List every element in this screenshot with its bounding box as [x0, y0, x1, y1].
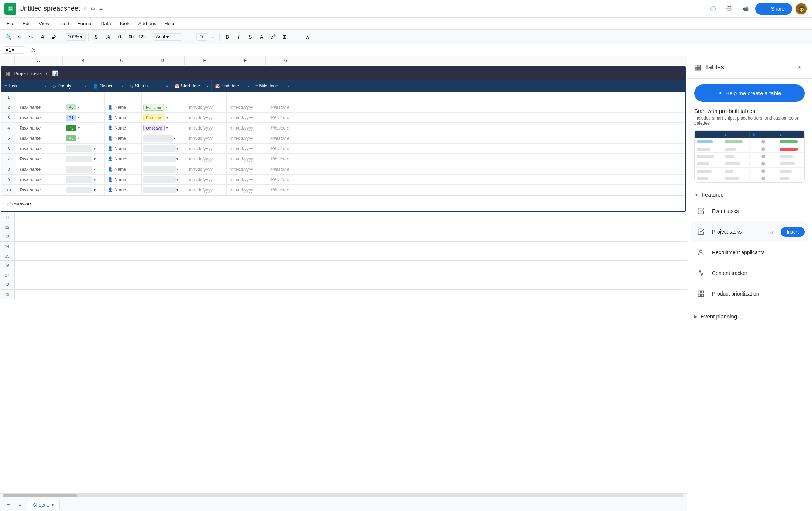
- text-color-btn[interactable]: A: [257, 32, 267, 42]
- empty-row[interactable]: 12: [0, 222, 687, 232]
- featured-item-recruitment[interactable]: Recruitment applicants: [694, 242, 805, 263]
- table-row[interactable]: 10 Task name ▾ 👤 Name ▾ mm/dd/yyyy mm/dd…: [1, 185, 685, 195]
- col-C[interactable]: C: [103, 56, 140, 65]
- col-D[interactable]: D: [140, 56, 185, 65]
- parttime-dropdown[interactable]: ▾: [166, 115, 168, 120]
- percent-btn[interactable]: %: [103, 32, 113, 42]
- empty-row[interactable]: 13: [0, 232, 687, 242]
- number-format-btn[interactable]: 123: [137, 32, 147, 42]
- featured-item-project-tasks[interactable]: Project tasks ☞ Insert: [691, 221, 808, 242]
- p3-dropdown[interactable]: ▾: [78, 136, 80, 140]
- col-B[interactable]: B: [63, 56, 103, 65]
- print-btn[interactable]: 🖨: [37, 32, 48, 42]
- undo-btn[interactable]: ↩: [14, 32, 25, 42]
- format-paint-btn[interactable]: 🖌: [49, 32, 59, 42]
- col-F[interactable]: F: [225, 56, 266, 65]
- featured-item-product[interactable]: Product prioritization: [694, 283, 805, 304]
- table-col-end[interactable]: 📅 End date ▾: [212, 80, 252, 92]
- table-calendar-icon[interactable]: 📊: [52, 70, 58, 76]
- menu-file[interactable]: File: [3, 19, 18, 28]
- star-icon[interactable]: ☆: [83, 6, 87, 11]
- menu-insert[interactable]: Insert: [54, 19, 73, 28]
- font-decrease-btn[interactable]: −: [188, 32, 195, 42]
- empty-row[interactable]: 14: [0, 242, 687, 251]
- collapse-btn[interactable]: ∧: [302, 32, 313, 42]
- add-sheet-btn[interactable]: +: [3, 500, 13, 510]
- col-E[interactable]: E: [185, 56, 225, 65]
- sheets-menu-btn[interactable]: ≡: [15, 500, 25, 510]
- horizontal-scrollbar[interactable]: [0, 493, 687, 498]
- menu-data[interactable]: Data: [97, 19, 114, 28]
- video-icon[interactable]: 📹: [739, 2, 752, 15]
- avatar[interactable]: 👩: [795, 3, 808, 15]
- table-col-owner[interactable]: 👤 Owner ▾: [90, 80, 127, 92]
- cell-reference[interactable]: A1 ▾: [3, 46, 25, 54]
- table-row[interactable]: 1: [1, 92, 685, 102]
- table-row[interactable]: 4 Task name P2 ▾ 👤 Name On leave ▾: [1, 123, 685, 133]
- p0-dropdown[interactable]: ▾: [78, 105, 80, 109]
- menu-help[interactable]: Help: [161, 19, 178, 28]
- font-family-select[interactable]: Arial ▾: [153, 33, 182, 41]
- table-row[interactable]: 8 Task name ▾ 👤 Name ▾ mm/dd/yyyy mm/dd/…: [1, 164, 685, 175]
- formula-input[interactable]: [38, 47, 809, 53]
- dec-dec-btn[interactable]: .0: [114, 32, 124, 42]
- table-row[interactable]: 2 Task name P0 ▾ 👤 Name Full time ▾: [1, 102, 685, 113]
- empty-row[interactable]: 16: [0, 261, 687, 270]
- table-col-start[interactable]: 📅 Start date ▾: [171, 80, 212, 92]
- col-G[interactable]: G: [266, 56, 306, 65]
- empty-row[interactable]: 19: [0, 290, 687, 299]
- table-row[interactable]: 3 Task name P1 ▾ 👤 Name Part-time ▾: [1, 113, 685, 123]
- preview-thumbnail[interactable]: Tt ◎ 👤 ◎: [694, 130, 805, 183]
- menu-addons[interactable]: Add-ons: [135, 19, 160, 28]
- table-row[interactable]: 9 Task name ▾ 👤 Name ▾ mm/dd/yyyy mm/dd/…: [1, 175, 685, 185]
- panel-close-btn[interactable]: ×: [794, 62, 805, 72]
- p2-dropdown[interactable]: ▾: [78, 126, 80, 130]
- h-scroll-thumb[interactable]: [3, 494, 77, 497]
- table-row[interactable]: 5 Task name P3 ▾ 👤 Name ▾: [1, 133, 685, 144]
- table-name-label[interactable]: Project_tasks: [14, 71, 42, 76]
- empty-row[interactable]: 17: [0, 270, 687, 280]
- currency-btn[interactable]: $: [91, 32, 102, 42]
- sheet-scroll-area[interactable]: A B C D E F G ▦ Project_tasks ▾ 📊: [0, 56, 687, 493]
- cloud-icon[interactable]: ☁: [98, 6, 103, 11]
- menu-edit[interactable]: Edit: [19, 19, 34, 28]
- empty-row[interactable]: 11: [0, 213, 687, 222]
- insert-button[interactable]: Insert: [781, 227, 805, 237]
- font-size-input[interactable]: 10: [196, 33, 208, 41]
- inc-dec-btn[interactable]: .00: [125, 32, 136, 42]
- folder-icon[interactable]: 🗂: [90, 6, 95, 11]
- featured-item-content-tracker[interactable]: Content tracker: [694, 263, 805, 283]
- col-A[interactable]: A: [15, 56, 63, 65]
- more-options-btn[interactable]: ⋯: [291, 32, 301, 42]
- menu-view[interactable]: View: [35, 19, 53, 28]
- featured-header[interactable]: ▼ Featured: [694, 189, 805, 201]
- table-col-task[interactable]: ≡ Task ▾: [1, 80, 49, 92]
- table-name-arrow[interactable]: ▾: [45, 71, 48, 76]
- menu-format[interactable]: Format: [74, 19, 96, 28]
- empty-row[interactable]: 18: [0, 280, 687, 290]
- table-row[interactable]: 6 Task name ▾ 👤 Name ▾ mm/dd/yyyy mm/dd/…: [1, 144, 685, 154]
- borders-btn[interactable]: ⊞: [279, 32, 290, 42]
- redo-btn[interactable]: ↪: [26, 32, 36, 42]
- strikethrough-btn[interactable]: S: [245, 32, 255, 42]
- table-col-status[interactable]: ◎ Status ▾: [127, 80, 171, 92]
- italic-btn[interactable]: I: [234, 32, 244, 42]
- event-planning-header[interactable]: ▶ Event planning: [694, 310, 805, 322]
- featured-item-event-tasks[interactable]: Event tasks: [694, 201, 805, 221]
- sheet1-tab[interactable]: Sheet 1 ▾: [27, 500, 60, 510]
- bold-btn[interactable]: B: [222, 32, 233, 42]
- menu-tools[interactable]: Tools: [115, 19, 134, 28]
- font-increase-btn[interactable]: +: [209, 32, 217, 42]
- table-col-milestone[interactable]: ≡ Milestone ▾: [252, 80, 293, 92]
- table-col-priority[interactable]: ◎ Priority ▾: [49, 80, 90, 92]
- onleave-dropdown[interactable]: ▾: [166, 126, 168, 130]
- zoom-control[interactable]: 100% ▾: [65, 33, 86, 41]
- fulltime-dropdown[interactable]: ▾: [165, 105, 167, 109]
- p1-dropdown[interactable]: ▾: [78, 115, 80, 120]
- empty-row[interactable]: 15: [0, 251, 687, 261]
- help-create-table-btn[interactable]: ✦ Help me create a table: [694, 84, 805, 102]
- search-btn[interactable]: 🔍: [3, 32, 13, 42]
- history-icon[interactable]: 🕐: [706, 2, 720, 15]
- highlight-btn[interactable]: 🖍: [268, 32, 278, 42]
- comments-icon[interactable]: 💬: [723, 2, 736, 15]
